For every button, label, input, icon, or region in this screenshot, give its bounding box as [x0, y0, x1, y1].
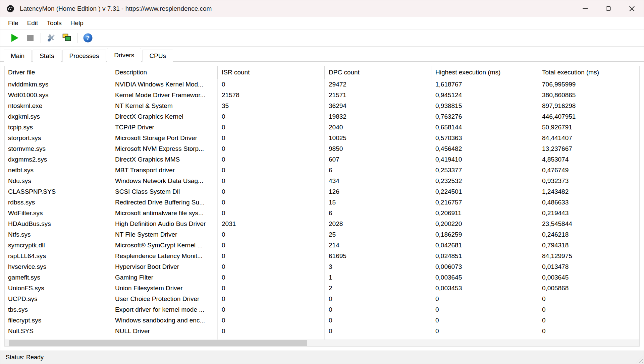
table-cell: 0	[218, 208, 325, 219]
table-cell: 0	[218, 251, 325, 261]
table-cell: 0,003645	[431, 272, 538, 283]
table-cell: 0,003645	[538, 272, 639, 283]
table-cell: 0,456482	[431, 143, 538, 154]
table-row[interactable]: UCPD.sysUser Choice Protection Driver000…	[5, 294, 639, 304]
table-cell: 84,441407	[538, 133, 639, 143]
table-cell: 25	[325, 229, 431, 240]
table-cell: 15	[325, 197, 431, 208]
window-title: LatencyMon (Home Edition ) v 7.31 - http…	[20, 5, 212, 12]
start-monitor-button[interactable]	[7, 31, 22, 45]
table-row[interactable]: ntoskrnl.exeNT Kernel & System35362940,9…	[5, 101, 639, 111]
table-cell: Ndu.sys	[5, 176, 111, 186]
table-cell: 0	[218, 326, 325, 337]
table-cell: 0,186259	[431, 229, 538, 240]
table-cell: 29472	[325, 79, 431, 90]
table-cell: 36294	[325, 101, 431, 111]
options-button[interactable]	[44, 31, 59, 45]
table-row[interactable]: Ndu.sysWindows Network Data Usag...04340…	[5, 176, 639, 186]
stop-monitor-button[interactable]	[22, 31, 38, 45]
maximize-button[interactable]	[597, 0, 620, 17]
table-cell: 0	[218, 111, 325, 122]
windows-icon	[62, 33, 72, 43]
toolbar-separator	[77, 33, 77, 43]
table-row[interactable]: Wdf01000.sysKernel Mode Driver Framewor.…	[5, 90, 639, 101]
column-header-isr-count[interactable]: ISR count	[218, 66, 325, 79]
table-cell: NULL Driver	[111, 326, 218, 337]
column-header-total-execution-ms[interactable]: Total execution (ms)	[538, 66, 639, 79]
status-bar: Status: Ready	[0, 351, 644, 364]
table-cell: 0,216757	[431, 197, 538, 208]
table-cell: 0,005868	[538, 283, 639, 294]
table-cell: 21571	[325, 90, 431, 101]
table-cell: Kernel Mode Driver Framewor...	[111, 90, 218, 101]
tab-main[interactable]: Main	[4, 50, 32, 62]
table-cell: 2028	[325, 219, 431, 229]
table-cell: 0	[538, 315, 639, 326]
table-row[interactable]: dxgmms2.sysDirectX Graphics MMS06070,419…	[5, 154, 639, 165]
table-row[interactable]: filecrypt.sysWindows sandboxing and enc.…	[5, 315, 639, 326]
table-row[interactable]: Null.SYSNULL Driver0000	[5, 326, 639, 337]
table-row[interactable]: storport.sysMicrosoft Storage Port Drive…	[5, 133, 639, 143]
table-row[interactable]: gameflt.sysGaming Filter010,0036450,0036…	[5, 272, 639, 283]
table-cell: 0,938815	[431, 101, 538, 111]
table-cell: Resplendence Latency Monit...	[111, 251, 218, 261]
table-row[interactable]: rspLLL64.sysResplendence Latency Monit..…	[5, 251, 639, 261]
table-cell: 0	[218, 186, 325, 197]
menu-item-tools[interactable]: Tools	[42, 19, 66, 27]
table-cell: hvservice.sys	[5, 261, 111, 272]
column-header-dpc-count[interactable]: DPC count	[325, 66, 431, 79]
table-cell: 0	[218, 154, 325, 165]
status-text: Status: Ready	[6, 354, 44, 361]
svg-text:?: ?	[86, 35, 90, 41]
table-cell: HDAudBus.sys	[5, 219, 111, 229]
table-row[interactable]: CLASSPNP.SYSSCSI Class System Dll01260,2…	[5, 186, 639, 197]
table-row[interactable]: stornvme.sysMicrosoft NVM Express Storp.…	[5, 143, 639, 154]
table-cell: rdbss.sys	[5, 197, 111, 208]
scrollbar-thumb[interactable]	[9, 340, 307, 346]
table-cell: 0	[218, 315, 325, 326]
table-row[interactable]: HDAudBus.sysHigh Definition Audio Bus Dr…	[5, 219, 639, 229]
menu-item-file[interactable]: File	[4, 19, 23, 27]
minimize-button[interactable]	[573, 0, 597, 17]
help-icon: ?	[83, 33, 93, 43]
table-cell: 0,200220	[431, 219, 538, 229]
table-row[interactable]: Ntfs.sysNT File System Driver0250,186259…	[5, 229, 639, 240]
table-cell: Wdf01000.sys	[5, 90, 111, 101]
tab-drivers[interactable]: Drivers	[107, 48, 141, 62]
table-row[interactable]: nvlddmkm.sysNVIDIA Windows Kernel Mod...…	[5, 79, 639, 90]
column-header-driver-file[interactable]: Driver file	[5, 66, 111, 79]
table-cell: 23,545844	[538, 219, 639, 229]
table-row[interactable]: hvservice.sysHypervisor Boot Driver030,0…	[5, 261, 639, 272]
table-cell: 3	[325, 261, 431, 272]
table-row[interactable]: tcpip.sysTCP/IP Driver020400,65814450,92…	[5, 122, 639, 133]
tab-processes[interactable]: Processes	[62, 50, 106, 62]
table-row[interactable]: netbt.sysMBT Transport driver060,2533770…	[5, 165, 639, 176]
table-row[interactable]: BasicRender.sysMicrosoft® Basic Render D…	[5, 337, 639, 340]
menu-item-edit[interactable]: Edit	[23, 19, 43, 27]
table-cell: Union Filesystem Driver	[111, 283, 218, 294]
table-cell: 706,995999	[538, 79, 639, 90]
table-cell: 2040	[325, 122, 431, 133]
report-button[interactable]	[59, 31, 74, 45]
table-cell: 0	[325, 304, 431, 315]
column-header-description[interactable]: Description	[111, 66, 218, 79]
table-row[interactable]: rdbss.sysRedirected Drive Buffering Su..…	[5, 197, 639, 208]
resize-grip-icon[interactable]	[637, 357, 643, 363]
table-cell: symcryptk.dll	[5, 240, 111, 251]
table-row[interactable]: UnionFS.sysUnion Filesystem Driver020,00…	[5, 283, 639, 294]
horizontal-scrollbar[interactable]	[5, 340, 639, 346]
table-row[interactable]: tbs.sysExport driver for kernel mode ...…	[5, 304, 639, 315]
tab-stats[interactable]: Stats	[33, 50, 61, 62]
tab-cpus[interactable]: CPUs	[142, 50, 173, 62]
close-button[interactable]	[620, 0, 644, 17]
drivers-tab-panel: Driver fileDescriptionISR countDPC count…	[0, 62, 644, 351]
table-cell: 0	[431, 304, 538, 315]
table-cell: 6	[325, 208, 431, 219]
table-row[interactable]: dxgkrnl.sysDirectX Graphics Kernel019832…	[5, 111, 639, 122]
menu-item-help[interactable]: Help	[66, 19, 88, 27]
table-row[interactable]: symcryptk.dllMicrosoft® SymCrypt Kernel …	[5, 240, 639, 251]
help-button[interactable]: ?	[80, 31, 96, 45]
table-cell: 0,003453	[431, 283, 538, 294]
table-row[interactable]: WdFilter.sysMicrosoft antimalware file s…	[5, 208, 639, 219]
column-header-highest-execution-ms[interactable]: Highest execution (ms)	[431, 66, 538, 79]
